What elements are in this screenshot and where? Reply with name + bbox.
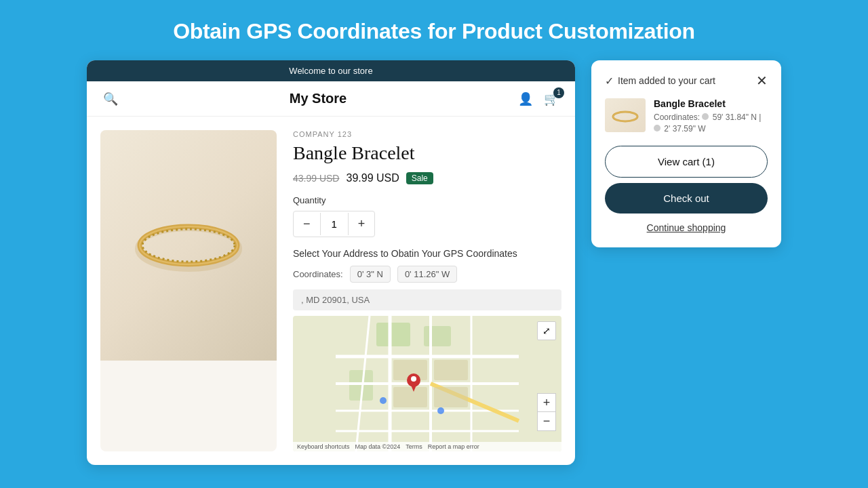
cart-coords-label: Coordinates: <box>654 113 700 122</box>
product-info: COMPANY 123 Bangle Bracelet 43.99 USD 39… <box>293 130 561 451</box>
coord-lng: 0' 11.26" W <box>397 266 457 283</box>
bangle-svg <box>121 178 256 313</box>
store-logo: My Store <box>290 91 347 106</box>
address-bar: , MD 20901, USA <box>293 289 561 310</box>
map-keyboard-label: Keyboard shortcuts <box>297 443 350 450</box>
check-icon: ✓ <box>605 75 614 87</box>
close-button[interactable]: ✕ <box>756 74 768 87</box>
map-zoom-out-button[interactable]: − <box>537 412 556 431</box>
map-footer: Keyboard shortcuts Map data ©2024 Terms … <box>293 442 561 451</box>
quantity-label: Quantity <box>293 195 561 205</box>
map-zoom-in-button[interactable]: + <box>537 393 556 412</box>
svg-point-27 <box>613 112 637 121</box>
svg-rect-20 <box>434 387 468 407</box>
map-data-label: Map data ©2024 <box>355 443 401 450</box>
cart-item-coords: Coordinates: 59' 31.84" N | 2' 37.59" W <box>654 112 768 135</box>
search-button[interactable]: 🔍 <box>103 92 118 106</box>
svg-point-24 <box>437 407 444 414</box>
svg-rect-5 <box>376 323 410 346</box>
cart-badge: 1 <box>553 87 564 98</box>
cart-coord-lng: 2' 37.59" W <box>664 124 705 134</box>
svg-point-2 <box>140 226 237 264</box>
cart-item-thumbnail <box>605 98 646 132</box>
expand-icon: ⤢ <box>542 325 551 336</box>
store-banner: Welcome to our store <box>87 60 575 81</box>
product-image-container <box>100 130 277 451</box>
product-image <box>100 130 277 361</box>
map-expand-button[interactable]: ⤢ <box>537 321 556 340</box>
svg-rect-6 <box>424 326 451 346</box>
qty-value: 1 <box>320 213 349 235</box>
store-header: 🔍 My Store 👤 🛒 1 <box>87 81 575 117</box>
added-text: Item added to your cart <box>618 75 715 86</box>
cart-coord-dot-2 <box>654 125 660 131</box>
page-title: Obtain GPS Coordinates for Product Custo… <box>173 19 695 44</box>
cart-item-name: Bangle Bracelet <box>654 98 768 109</box>
address-section-label: Select Your Address to Obatin Your GPS C… <box>293 248 561 259</box>
cart-button[interactable]: 🛒 1 <box>544 92 559 106</box>
cart-popup-header: ✓ Item added to your cart ✕ <box>605 74 768 87</box>
price-original: 43.99 USD <box>293 173 339 184</box>
map-terms-label: Terms <box>406 443 422 450</box>
coord-lat: 0' 3" N <box>350 266 391 283</box>
cart-item: Bangle Bracelet Coordinates: 59' 31.84" … <box>605 98 768 135</box>
map-container[interactable]: ⤢ + − Keyboard shortcuts Map data ©2024 … <box>293 316 561 451</box>
quantity-control: − 1 + <box>293 211 375 237</box>
view-cart-button[interactable]: View cart (1) <box>605 146 768 178</box>
coordinates-label: Coordinates: <box>293 269 343 279</box>
cart-coord-dot-1 <box>702 113 709 120</box>
map-report-label: Report a map error <box>428 443 479 450</box>
search-icon: 🔍 <box>103 92 118 106</box>
company-name: COMPANY 123 <box>293 130 561 138</box>
cart-item-info: Bangle Bracelet Coordinates: 59' 31.84" … <box>654 98 768 135</box>
close-icon: ✕ <box>756 73 768 88</box>
qty-minus-button[interactable]: − <box>294 211 320 237</box>
cart-popup: ✓ Item added to your cart ✕ Bangle Brace… <box>591 60 781 247</box>
store-panel: Welcome to our store 🔍 My Store 👤 🛒 1 <box>87 60 575 465</box>
cart-coord-lat: 59' 31.84" N | <box>713 113 762 122</box>
qty-plus-button[interactable]: + <box>349 211 375 237</box>
store-body: COMPANY 123 Bangle Bracelet 43.99 USD 39… <box>87 117 575 465</box>
svg-point-25 <box>380 397 387 404</box>
header-icons: 👤 🛒 1 <box>518 92 559 106</box>
svg-rect-18 <box>434 360 468 380</box>
product-title: Bangle Bracelet <box>293 142 561 164</box>
svg-point-23 <box>411 376 416 382</box>
cart-added-message: ✓ Item added to your cart <box>605 75 715 87</box>
price-sale: 39.99 USD <box>346 172 399 184</box>
svg-rect-19 <box>393 387 427 407</box>
price-row: 43.99 USD 39.99 USD Sale <box>293 172 561 184</box>
sale-badge: Sale <box>406 172 433 184</box>
map-svg <box>293 316 561 451</box>
banner-text: Welcome to our store <box>289 66 372 76</box>
user-button[interactable]: 👤 <box>518 92 533 106</box>
map-zoom-controls: + − <box>537 393 556 431</box>
user-icon: 👤 <box>518 92 533 106</box>
checkout-button[interactable]: Check out <box>605 183 768 214</box>
cart-thumb-svg <box>608 102 642 129</box>
coordinates-row: Coordinates: 0' 3" N 0' 11.26" W <box>293 266 561 283</box>
continue-shopping-button[interactable]: Continue shopping <box>605 222 768 233</box>
